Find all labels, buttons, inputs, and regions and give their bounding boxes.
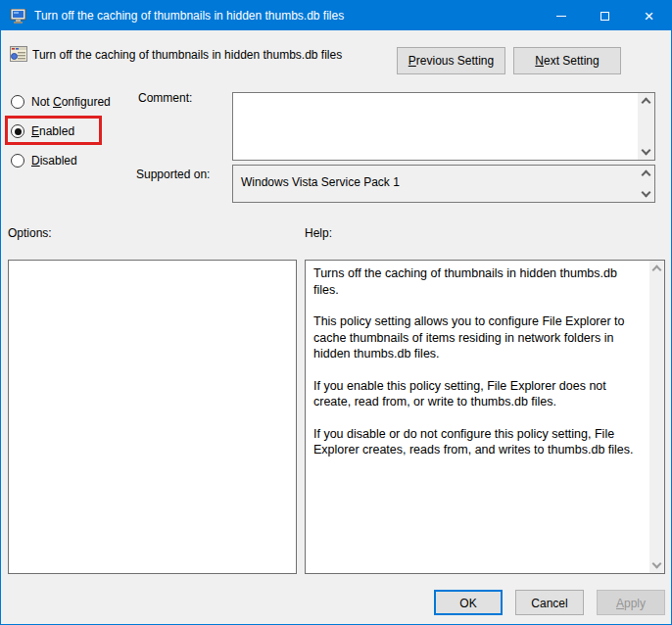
label-part: revious Setting [416, 54, 494, 68]
label-part: onfigured [62, 95, 111, 109]
help-paragraph: If you disable or do not configure this … [313, 426, 642, 458]
label-part: D [31, 154, 40, 168]
radio-disabled[interactable]: Disabled [11, 154, 77, 168]
policy-setting-title: Turn off the caching of thumbnails in hi… [32, 48, 342, 62]
group-policy-app-icon [10, 9, 26, 24]
next-setting-button[interactable]: Next Setting [513, 47, 621, 74]
policy-setting-icon [10, 46, 27, 62]
scroll-down-icon[interactable] [642, 146, 651, 156]
supported-on-label: Supported on: [136, 168, 210, 181]
window-controls: × [539, 1, 671, 30]
help-paragraph: If you enable this policy setting, File … [313, 378, 642, 410]
options-label: Options: [8, 226, 52, 240]
close-button[interactable]: × [627, 1, 671, 30]
label-part: P [408, 54, 416, 68]
scroll-up-icon[interactable] [642, 98, 651, 108]
options-panel [8, 260, 297, 574]
help-scrollbar[interactable] [649, 261, 664, 573]
titlebar: Turn off the caching of thumbnails in hi… [1, 1, 671, 30]
radio-dot [15, 128, 22, 135]
scroll-down-icon[interactable] [642, 188, 651, 198]
radio-disabled-label: Disabled [31, 154, 77, 168]
help-panel: Turns off the caching of thumbnails in h… [305, 260, 665, 574]
label-part: C [53, 95, 62, 109]
comment-field[interactable] [232, 92, 655, 161]
minimize-button[interactable] [539, 1, 583, 30]
label-part: nabled [39, 124, 74, 138]
help-paragraph: This policy setting allows you to config… [313, 313, 642, 362]
policy-setting-dialog: Turn off the caching of thumbnails in hi… [0, 0, 672, 625]
scroll-up-icon[interactable] [642, 170, 651, 180]
previous-setting-button[interactable]: Previous Setting [397, 47, 505, 74]
radio-enabled[interactable]: Enabled [11, 124, 74, 138]
comment-label: Comment: [138, 91, 192, 105]
maximize-button[interactable] [583, 1, 627, 30]
comment-scrollbar[interactable] [638, 93, 654, 160]
label-part: pply [624, 597, 646, 610]
supported-on-field: Windows Vista Service Pack 1 [232, 165, 655, 203]
close-icon: × [645, 8, 654, 24]
window-title: Turn off the caching of thumbnails in hi… [34, 9, 344, 23]
scroll-down-icon[interactable] [652, 559, 662, 569]
label-part: N [535, 54, 544, 68]
radio-circle [11, 95, 24, 109]
maximize-icon [600, 12, 609, 21]
scroll-up-icon[interactable] [652, 265, 662, 275]
help-label: Help: [305, 226, 332, 240]
radio-not-configured[interactable]: Not Configured [11, 95, 111, 109]
label-part: isabled [40, 154, 77, 168]
radio-enabled-label: Enabled [31, 124, 74, 138]
supported-scrollbar[interactable] [638, 166, 654, 202]
ok-button[interactable]: OK [434, 590, 503, 615]
label-part: Not [31, 95, 53, 109]
minimize-icon [556, 16, 566, 17]
apply-button: Apply [597, 590, 665, 615]
radio-circle-checked [11, 124, 24, 138]
label-part: ext Setting [544, 54, 600, 68]
label-part: A [616, 597, 624, 610]
label-part: E [31, 124, 39, 138]
radio-not-configured-label: Not Configured [31, 95, 111, 109]
cancel-button[interactable]: Cancel [515, 590, 584, 615]
help-text: Turns off the caching of thumbnails in h… [306, 261, 649, 573]
supported-on-value: Windows Vista Service Pack 1 [241, 175, 400, 189]
radio-circle [11, 154, 24, 168]
help-paragraph: Turns off the caching of thumbnails in h… [313, 265, 642, 298]
